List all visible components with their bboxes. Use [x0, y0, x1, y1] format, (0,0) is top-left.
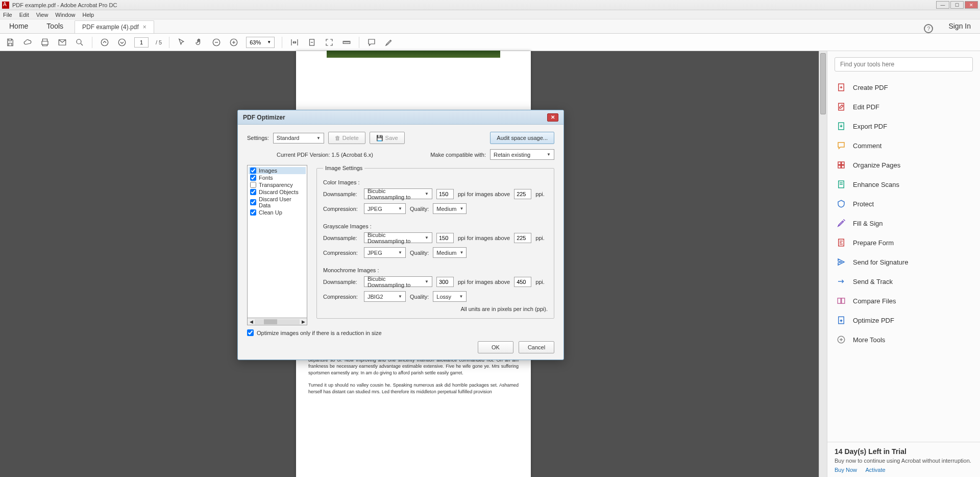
zoom-select[interactable]: 63%▼: [246, 37, 275, 48]
save-icon[interactable]: [5, 37, 15, 47]
svg-rect-10: [838, 162, 841, 164]
compat-select[interactable]: Retain existing▼: [490, 149, 554, 160]
tool-send-track[interactable]: Send & Track: [827, 272, 980, 291]
category-transparency[interactable]: Transparency: [249, 181, 306, 188]
buy-now-link[interactable]: Buy Now: [835, 467, 857, 473]
cancel-button[interactable]: Cancel: [519, 341, 554, 353]
category-images[interactable]: Images: [249, 167, 306, 174]
highlight-icon[interactable]: [384, 37, 394, 47]
tool-compare-files[interactable]: Compare Files: [827, 291, 980, 311]
category-discard-user-data[interactable]: Discard User Data: [249, 196, 306, 209]
category-hscroll[interactable]: ◀▶: [247, 318, 307, 325]
tool-fill-sign[interactable]: Fill & Sign: [827, 213, 980, 233]
settings-label: Settings:: [247, 135, 269, 141]
tool-more-tools[interactable]: More Tools: [827, 330, 980, 349]
color-above-input[interactable]: [514, 189, 531, 199]
menu-window[interactable]: Window: [55, 12, 75, 18]
tool-label: Send & Track: [853, 278, 893, 285]
menu-file[interactable]: File: [3, 12, 12, 18]
fullscreen-icon[interactable]: [324, 37, 334, 47]
dialog-close-button[interactable]: ✕: [547, 113, 558, 122]
category-clean-up[interactable]: Clean Up: [249, 209, 306, 216]
category-discard-objects[interactable]: Discard Objects: [249, 188, 306, 196]
gray-downsample-select[interactable]: Bicubic Downsampling to▼: [364, 232, 432, 243]
svg-rect-11: [842, 162, 844, 164]
mono-downsample-select[interactable]: Bicubic Downsampling to▼: [364, 276, 432, 287]
optimize-reduce-checkbox[interactable]: [247, 329, 254, 336]
mono-quality-select[interactable]: Lossy▼: [433, 291, 467, 302]
color-ppi-input[interactable]: [436, 189, 454, 199]
audit-space-button[interactable]: Audit space usage...: [490, 132, 554, 144]
zoom-in-icon[interactable]: [229, 37, 239, 47]
tool-comment[interactable]: Comment: [827, 136, 980, 155]
page-image-placeholder: [327, 51, 500, 58]
tool-label: Comment: [853, 142, 881, 150]
help-icon[interactable]: ?: [924, 24, 933, 33]
gray-ppi-input[interactable]: [436, 233, 454, 243]
page-down-icon[interactable]: [117, 37, 127, 47]
category-fonts[interactable]: Fonts: [249, 174, 306, 181]
tool-label: Enhance Scans: [853, 181, 899, 188]
svg-point-2: [118, 39, 126, 46]
tab-close-icon[interactable]: ×: [143, 23, 146, 31]
mono-ppi-input[interactable]: [436, 277, 454, 287]
tool-export-pdf[interactable]: Export PDF: [827, 116, 980, 136]
settings-select[interactable]: Standard▼: [273, 133, 324, 144]
menu-edit[interactable]: Edit: [19, 12, 29, 18]
category-list: Images Fonts Transparency Discard Object…: [247, 165, 307, 318]
window-close-button[interactable]: ✕: [965, 1, 978, 9]
gray-quality-select[interactable]: Medium▼: [433, 247, 467, 258]
tab-tools[interactable]: Tools: [37, 19, 72, 33]
comment-icon[interactable]: [366, 37, 377, 47]
tool-protect[interactable]: Protect: [827, 194, 980, 213]
mono-above-input[interactable]: [514, 277, 531, 287]
menu-view[interactable]: View: [36, 12, 48, 18]
tool-enhance-scans[interactable]: Enhance Scans: [827, 175, 980, 194]
color-quality-select[interactable]: Medium▼: [433, 203, 467, 214]
tool-prepare-form[interactable]: Prepare Form: [827, 233, 980, 252]
tool-icon: [837, 296, 846, 305]
delete-button[interactable]: 🗑Delete: [328, 132, 365, 144]
window-title: PDF example.pdf - Adobe Acrobat Pro DC: [12, 2, 117, 8]
search-icon[interactable]: [75, 37, 85, 47]
color-compression-select[interactable]: JPEG▼: [364, 203, 406, 214]
tools-search-input[interactable]: [835, 57, 973, 71]
tool-optimize-pdf[interactable]: Optimize PDF: [827, 311, 980, 330]
vertical-scrollbar[interactable]: [819, 51, 827, 477]
page-total: / 5: [156, 39, 162, 45]
zoom-out-icon[interactable]: [211, 37, 222, 47]
window-minimize-button[interactable]: —: [936, 1, 949, 9]
tab-home[interactable]: Home: [0, 19, 37, 33]
tool-label: Organize Pages: [853, 161, 900, 169]
document-area[interactable]: Of on affixed civilly moments promise ex…: [0, 51, 827, 477]
pointer-icon[interactable]: [177, 37, 187, 47]
mail-icon[interactable]: [57, 37, 67, 47]
tool-edit-pdf[interactable]: Edit PDF: [827, 97, 980, 116]
activate-link[interactable]: Activate: [865, 467, 885, 473]
window-maximize-button[interactable]: ☐: [950, 1, 964, 9]
tool-create-pdf[interactable]: Create PDF: [827, 78, 980, 97]
mono-compression-select[interactable]: JBIG2▼: [364, 291, 406, 302]
hand-icon[interactable]: [194, 37, 204, 47]
ok-button[interactable]: OK: [478, 341, 513, 353]
tool-send-for-signature[interactable]: Send for Signature: [827, 252, 980, 272]
dialog-titlebar[interactable]: PDF Optimizer ✕: [238, 110, 564, 125]
color-downsample-select[interactable]: Bicubic Downsampling to▼: [364, 188, 432, 199]
page-number-input[interactable]: [134, 37, 149, 47]
tool-icon: [837, 83, 846, 92]
print-icon[interactable]: [40, 37, 50, 47]
tool-organize-pages[interactable]: Organize Pages: [827, 155, 980, 175]
signin-button[interactable]: Sign In: [939, 19, 980, 33]
page-up-icon[interactable]: [100, 37, 110, 47]
save-settings-button[interactable]: 💾Save: [370, 132, 405, 144]
tab-document[interactable]: PDF example (4).pdf ×: [75, 20, 154, 33]
gray-above-input[interactable]: [514, 233, 531, 243]
gray-compression-select[interactable]: JPEG▼: [364, 247, 406, 258]
svg-rect-12: [838, 165, 841, 168]
menu-help[interactable]: Help: [82, 12, 94, 18]
cloud-icon[interactable]: [22, 37, 33, 47]
fit-page-icon[interactable]: [307, 37, 317, 47]
fit-width-icon[interactable]: [289, 37, 300, 47]
tool-label: Edit PDF: [853, 103, 879, 111]
ruler-icon[interactable]: [341, 37, 352, 47]
